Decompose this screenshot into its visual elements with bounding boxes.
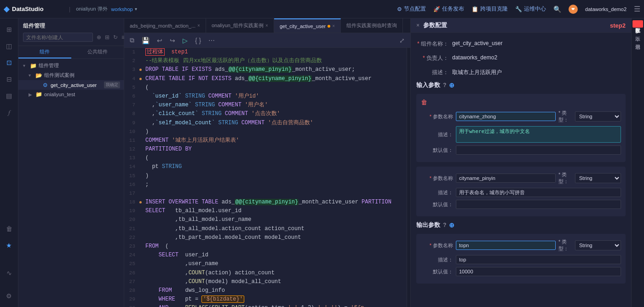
param-2-default-row: 默认值：: [421, 200, 621, 209]
input-params-help-icon[interactable]: ?: [443, 82, 446, 88]
home-icon[interactable]: ⊞: [2, 22, 17, 37]
node-config-link[interactable]: ⚙ 节点配置: [397, 5, 426, 13]
ops-center-link[interactable]: 🔧 运维中心: [515, 5, 546, 13]
editor-tabs: ads_beijing_month_action_... × onaliyun_…: [124, 18, 410, 33]
params-panel-close[interactable]: ×: [416, 22, 420, 29]
tree-item-get-city[interactable]: ⚙ get_city_active_user 我确定: [18, 80, 124, 90]
output-params-section: 输出参数 ? ⊕: [416, 221, 626, 229]
line-content-24: SELECT user_id: [142, 251, 407, 260]
line-content-17: [142, 189, 407, 198]
component-tabs: 组件 公共组件: [18, 46, 124, 59]
tree-badge: 我确定: [104, 81, 120, 88]
code-editor[interactable]: 1 过程体 step1 2 --结果表模板 四月xx地区最活跃的用户（点击数）以…: [124, 48, 407, 307]
graph-icon[interactable]: ∿: [2, 266, 17, 280]
expand-btn[interactable]: ⤢: [397, 36, 407, 45]
editor-tab-2[interactable]: get_city_active_user ×: [274, 18, 341, 33]
param-1-default-input[interactable]: [456, 145, 621, 155]
workspace-selector[interactable]: onialiyun 弹外 workshop ▾: [76, 6, 137, 12]
tab-close-2[interactable]: ×: [332, 23, 335, 29]
redo-btn[interactable]: ↪: [168, 36, 177, 45]
param-1-delete-btn[interactable]: 🗑: [421, 98, 427, 106]
function-icon[interactable]: 𝑓: [2, 105, 17, 120]
tree-arrow-icon3: ▶: [29, 92, 35, 97]
line-num-30: 30: [124, 304, 139, 307]
save-btn[interactable]: 💾: [140, 36, 151, 45]
line-num-10: 10: [124, 127, 139, 136]
tree-item-test-case[interactable]: ▾ 📂 组件测试案例: [18, 70, 124, 80]
bizdate-highlight: '${bizdate}': [201, 295, 244, 303]
tab-modified-dot: [328, 25, 330, 28]
step1-label: step1: [171, 49, 188, 55]
refresh-icon[interactable]: ↻: [113, 34, 118, 41]
output-1-default-label: 默认值：: [421, 268, 453, 275]
more-btn[interactable]: ⋯: [207, 36, 217, 45]
line-num-21: 21: [124, 225, 139, 233]
search-input[interactable]: [23, 33, 93, 42]
param-2-type-select[interactable]: String: [575, 173, 621, 183]
tree-item-component-mgmt[interactable]: ▾ 📁 组件管理: [18, 61, 124, 70]
output-1-type-select[interactable]: String: [575, 240, 621, 250]
output-1-name-input[interactable]: [456, 241, 556, 250]
param-1-type-select[interactable]: String: [575, 111, 621, 122]
search-submit-icon[interactable]: ⊕: [97, 34, 101, 41]
data-icon[interactable]: ⊟: [2, 72, 17, 87]
filter-icon[interactable]: ⊞: [105, 34, 109, 41]
param-2-name-input[interactable]: [456, 174, 556, 183]
ops-center-icon: 🔧: [515, 6, 522, 12]
format-btn[interactable]: { }: [193, 36, 203, 45]
line-content-1: 过程体 step1: [142, 48, 407, 57]
workflow-icon[interactable]: ◫: [2, 39, 17, 53]
tab-close-0[interactable]: ×: [197, 23, 200, 28]
tab-public-component[interactable]: 公共组件: [71, 46, 124, 58]
far-right-tab-version[interactable]: 版本: [632, 29, 643, 36]
param-1-desc-label: 描述：: [421, 131, 453, 138]
username: dataworks_demo2: [585, 6, 627, 12]
run-btn[interactable]: ▷: [181, 36, 190, 45]
table-icon[interactable]: ▤: [2, 88, 17, 103]
line-content-30: AND REPLACE(SPLIT_PART(action_time,'-',1…: [142, 304, 407, 307]
code-line-22: 22 ,tb_part_model.model_count model_coun…: [124, 233, 407, 242]
param-1-desc-input[interactable]: 用于where过滤，城市的中文名: [456, 126, 621, 143]
search-icon[interactable]: 🔍: [553, 6, 561, 13]
input-params-add-btn[interactable]: ⊕: [449, 81, 454, 89]
publish-task-link[interactable]: 🚀 任务发布: [433, 5, 464, 13]
param-2-desc-label: 描述：: [421, 189, 453, 196]
line-content-25: ,user_name: [142, 260, 407, 268]
logo-icon: ◆: [4, 5, 9, 13]
logo[interactable]: ◆ DataStudio: [4, 5, 63, 13]
far-right-tab-references[interactable]: 引用记录: [632, 37, 643, 44]
output-1-default-input[interactable]: [456, 267, 621, 276]
output-1-desc-input[interactable]: [456, 255, 621, 264]
output-params-add-btn[interactable]: ⊕: [449, 221, 454, 229]
output-params-help-icon[interactable]: ?: [443, 222, 446, 228]
param-2-desc-input[interactable]: [456, 188, 621, 197]
output-1-name-label: 参数名称: [421, 242, 453, 249]
param-1-name-input[interactable]: [456, 112, 556, 121]
line-content-18: INSERT OVERWRITE TABLE ads_@@{cityname_p…: [142, 198, 407, 207]
editor-scrollbar[interactable]: [407, 48, 410, 307]
star-icon[interactable]: ★: [2, 238, 17, 253]
editor-tab-3[interactable]: 组件实践案例临时查询: [341, 18, 403, 33]
trash-icon[interactable]: 🗑: [2, 221, 17, 236]
param-2-default-input[interactable]: [456, 200, 621, 209]
line-content-19: SELECT tb_all_model.user_id: [142, 207, 407, 215]
settings-icon[interactable]: ⚙: [2, 289, 17, 303]
line-num-16: 16: [124, 180, 139, 189]
line-content-20: ,tb_all_model.user_name: [142, 215, 407, 224]
tree-item-onialiyun-test[interactable]: ▶ 📁 onialiyun_test: [18, 90, 124, 99]
tab-close-1[interactable]: ×: [265, 23, 268, 28]
output-1-default-row: 默认值：: [421, 267, 621, 276]
undo-btn[interactable]: ↩: [155, 36, 164, 45]
copy-btn[interactable]: ⧉: [128, 35, 136, 45]
cross-project-link[interactable]: 📋 跨项目克隆: [472, 5, 508, 13]
code-line-13: 13 (: [124, 154, 407, 162]
user-avatar[interactable]: ❤: [569, 5, 578, 14]
component-icon[interactable]: ⊡: [2, 55, 17, 70]
editor-tab-0[interactable]: ads_beijing_month_action_... ×: [124, 18, 206, 33]
tab-component[interactable]: 组件: [18, 46, 71, 58]
code-line-26: 26 ,COUNT(action) action_count: [124, 269, 407, 278]
menu-icon[interactable]: ☰: [634, 5, 640, 13]
input-params-section: 输入参数 ? ⊕: [416, 81, 626, 89]
editor-tab-1[interactable]: onaliyun_组件实践案例 ×: [206, 18, 274, 33]
far-right-tab-params[interactable]: 参数配置: [632, 20, 643, 28]
